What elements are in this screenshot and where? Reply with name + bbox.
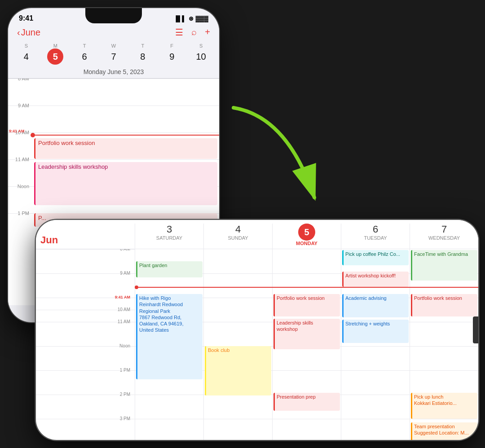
header-monday[interactable]: 5 Monday xyxy=(272,224,341,249)
event-title: Book club xyxy=(208,347,229,353)
tuesday-name: Tuesday xyxy=(341,235,410,241)
event-hike-rigo[interactable]: Hike with Rigo Reinhardt Redwood Regiona… xyxy=(136,294,203,379)
day-col-sat[interactable]: S 10 xyxy=(186,41,216,66)
event-title: Leadership skills workshop xyxy=(277,320,313,332)
event-title: Artist workshop kickoff! xyxy=(345,273,396,278)
back-button[interactable]: ‹ June xyxy=(17,27,40,38)
tl-941: 9:41 AM xyxy=(115,295,130,299)
tl-2pm: 2 PM xyxy=(36,392,135,397)
event-title: Pick up coffee Philz Co... xyxy=(345,251,400,257)
tuesday-num: 6 xyxy=(341,224,410,235)
day-col-fri[interactable]: F 9 xyxy=(157,41,186,66)
event-portfolio-work-l[interactable]: Portfolio work session xyxy=(273,294,340,316)
header-saturday[interactable]: 3 Saturday xyxy=(135,224,203,249)
saturday-name: Saturday xyxy=(135,235,203,241)
tl-8am: 8 AM xyxy=(36,249,135,251)
header-tuesday[interactable]: 6 Tuesday xyxy=(341,224,410,249)
time-column: 8 AM 9 AM 9:41 AM 10 AM 11 AM Noon 1 PM … xyxy=(36,249,135,440)
status-time: 9:41 xyxy=(19,14,33,22)
current-time-label: 9:41 AM xyxy=(9,129,24,133)
header-wednesday[interactable]: 7 Wednesday xyxy=(410,224,478,249)
wifi-icon: ⊛ xyxy=(189,15,194,22)
day-col-tue[interactable]: T 6 xyxy=(70,41,99,66)
day-col-saturday[interactable]: Plant garden Hike with Rigo Reinhardt Re… xyxy=(135,249,203,440)
event-team-presentation[interactable]: Team presentation Suggested Location: M.… xyxy=(411,422,477,440)
landscape-calendar-header: Jun 3 Saturday 4 Sunday 5 Monday 6 xyxy=(36,220,478,249)
event-title: Portfolio work session xyxy=(38,140,95,146)
landscape-calendar: Jun 3 Saturday 4 Sunday 5 Monday 6 xyxy=(36,220,478,440)
time-label-noon: Noon xyxy=(8,184,33,189)
time-label-11am: 11 AM xyxy=(8,157,33,162)
event-plant-garden[interactable]: Plant garden xyxy=(136,261,203,277)
event-leadership-l[interactable]: Leadership skills workshop xyxy=(273,319,340,349)
time-label-1pm: 1 PM xyxy=(8,211,33,216)
day-col-mon[interactable]: M 5 xyxy=(41,41,70,66)
tl-9am: 9 AM xyxy=(36,271,135,276)
day-col-sun[interactable]: S 4 xyxy=(12,41,41,66)
event-pickup-lunch[interactable]: Pick up lunch Kokkari Estiatorio... xyxy=(411,393,477,419)
event-title: Team presentation Suggested Location: M.… xyxy=(414,424,469,435)
calendar-header: ‹ June ☰ ⌕ + xyxy=(8,24,219,41)
event-presentation-prep[interactable]: Presentation prep xyxy=(273,393,340,411)
time-label-8am: 8 AM xyxy=(8,79,33,81)
day-col-wed[interactable]: W 7 xyxy=(99,41,128,66)
event-stretching-weights[interactable]: Stretching + weights xyxy=(342,320,409,343)
tl-3pm: 3 PM xyxy=(36,416,135,421)
side-notch xyxy=(473,316,478,343)
event-title: P... xyxy=(38,215,46,221)
header-sunday[interactable]: 4 Sunday xyxy=(203,224,272,249)
event-title: Presentation prep xyxy=(277,394,316,400)
saturday-num: 3 xyxy=(135,224,203,235)
search-icon[interactable]: ⌕ xyxy=(191,27,197,38)
event-title: Leadership skills workshop xyxy=(38,163,108,170)
landscape-body: 8 AM 9 AM 9:41 AM 10 AM 11 AM Noon 1 PM … xyxy=(36,249,478,440)
selected-date-label: Monday June 5, 2023 xyxy=(8,66,219,78)
event-title: Portfolio work session xyxy=(277,295,325,301)
event-facetime-grandma[interactable]: FaceTime with Grandma xyxy=(411,250,477,281)
battery-icon: ▓▓▓ xyxy=(196,15,208,22)
event-title: Stretching + weights xyxy=(345,321,390,326)
month-name-label: Jun xyxy=(40,234,58,246)
signal-icon: ▐▌▌ xyxy=(174,15,186,22)
time-label-9am: 9 AM xyxy=(8,103,33,108)
monday-num: 5 xyxy=(298,224,315,241)
event-title: Plant garden xyxy=(139,263,167,268)
wednesday-num: 7 xyxy=(410,224,478,235)
event-title: Hike with Rigo Reinhardt Redwood Regiona… xyxy=(139,295,183,333)
monday-name: Monday xyxy=(273,241,341,246)
event-portfolio-work[interactable]: Portfolio work session xyxy=(34,138,217,159)
phone-landscape: Jun 3 Saturday 4 Sunday 5 Monday 6 xyxy=(36,220,478,440)
week-row: S 4 M 5 T 6 W 7 T 8 F 9 S 10 xyxy=(8,41,219,66)
day-col-monday[interactable]: Portfolio work session Leadership skills… xyxy=(272,249,341,440)
event-title: Academic advising xyxy=(345,295,387,301)
sunday-name: Sunday xyxy=(204,235,272,241)
tl-noon: Noon xyxy=(36,343,135,348)
event-book-club[interactable]: Book club xyxy=(205,346,271,395)
event-leadership-workshop[interactable]: Leadership skills workshop xyxy=(34,162,217,205)
event-portfolio-work-wed[interactable]: Portfolio work session xyxy=(411,294,477,316)
sunday-num: 4 xyxy=(204,224,272,235)
tl-1pm: 1 PM xyxy=(36,368,135,373)
event-title: Portfolio work session xyxy=(414,295,462,301)
arrow-indicator xyxy=(207,99,341,224)
month-label: June xyxy=(21,27,40,38)
tl-11am: 11 AM xyxy=(36,319,135,324)
list-icon[interactable]: ☰ xyxy=(175,27,183,38)
add-icon[interactable]: + xyxy=(205,27,210,38)
day-col-tuesday[interactable]: Pick up coffee Philz Co... Artist worksh… xyxy=(341,249,410,440)
event-academic-advising[interactable]: Academic advising xyxy=(342,294,409,317)
current-time-indicator: 9:41 AM xyxy=(8,133,219,137)
back-chevron-icon: ‹ xyxy=(17,27,20,38)
day-col-wednesday[interactable]: FaceTime with Grandma Portfolio work ses… xyxy=(410,249,478,440)
header-icons: ☰ ⌕ + xyxy=(175,27,210,38)
day-col-sunday[interactable]: Book club xyxy=(203,249,272,440)
status-icons: ▐▌▌ ⊛ ▓▓▓ xyxy=(174,15,208,22)
event-title: Pick up lunch Kokkari Estiatorio... xyxy=(414,394,457,406)
event-title: FaceTime with Grandma xyxy=(414,251,468,257)
wednesday-name: Wednesday xyxy=(410,235,478,241)
event-artist-workshop[interactable]: Artist workshop kickoff! xyxy=(342,272,409,287)
day-columns: Plant garden Hike with Rigo Reinhardt Re… xyxy=(135,249,478,440)
month-corner: Jun xyxy=(36,224,135,249)
event-pickup-coffee[interactable]: Pick up coffee Philz Co... xyxy=(342,250,409,265)
day-col-thu[interactable]: T 8 xyxy=(128,41,157,66)
